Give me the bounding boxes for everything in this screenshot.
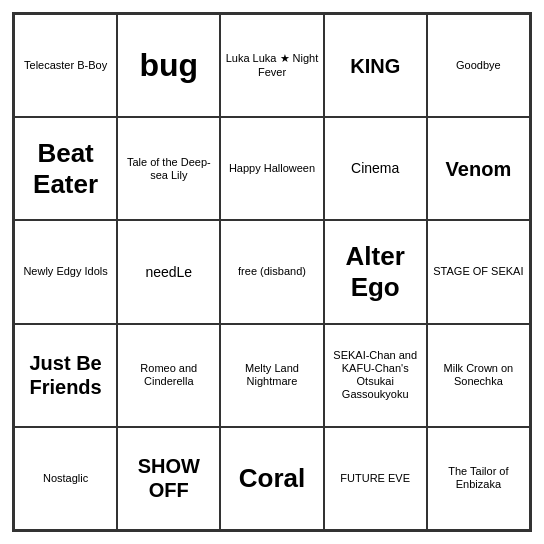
bingo-cell-23: FUTURE EVE	[324, 427, 427, 530]
cell-text-9: Venom	[432, 157, 525, 181]
cell-text-7: Happy Halloween	[225, 162, 318, 175]
cell-text-10: Newly Edgy Idols	[19, 265, 112, 278]
bingo-cell-21: SHOW OFF	[117, 427, 220, 530]
cell-text-23: FUTURE EVE	[329, 472, 422, 485]
bingo-cell-20: Nostaglic	[14, 427, 117, 530]
bingo-cell-22: Coral	[220, 427, 323, 530]
bingo-cell-17: Melty Land Nightmare	[220, 324, 323, 427]
bingo-cell-9: Venom	[427, 117, 530, 220]
bingo-cell-1: bug	[117, 14, 220, 117]
bingo-cell-11: needLe	[117, 220, 220, 323]
bingo-cell-15: Just Be Friends	[14, 324, 117, 427]
cell-text-0: Telecaster B-Boy	[19, 59, 112, 72]
cell-text-4: Goodbye	[432, 59, 525, 72]
cell-text-20: Nostaglic	[19, 472, 112, 485]
cell-text-19: Milk Crown on Sonechka	[432, 362, 525, 388]
bingo-cell-3: KING	[324, 14, 427, 117]
cell-text-8: Cinema	[329, 160, 422, 177]
bingo-cell-2: Luka Luka ★ Night Fever	[220, 14, 323, 117]
cell-text-15: Just Be Friends	[19, 351, 112, 399]
cell-text-12: free (disband)	[225, 265, 318, 278]
cell-text-2: Luka Luka ★ Night Fever	[225, 52, 318, 78]
cell-text-17: Melty Land Nightmare	[225, 362, 318, 388]
bingo-card: Telecaster B-BoybugLuka Luka ★ Night Fev…	[12, 12, 532, 532]
bingo-cell-0: Telecaster B-Boy	[14, 14, 117, 117]
cell-text-3: KING	[329, 54, 422, 78]
bingo-cell-13: Alter Ego	[324, 220, 427, 323]
cell-text-6: Tale of the Deep-sea Lily	[122, 156, 215, 182]
cell-text-18: SEKAI-Chan and KAFU-Chan's Otsukai Gasso…	[329, 349, 422, 402]
bingo-cell-12: free (disband)	[220, 220, 323, 323]
bingo-cell-24: The Tailor of Enbizaka	[427, 427, 530, 530]
bingo-cell-19: Milk Crown on Sonechka	[427, 324, 530, 427]
bingo-cell-8: Cinema	[324, 117, 427, 220]
cell-text-5: Beat Eater	[19, 138, 112, 200]
cell-text-11: needLe	[122, 264, 215, 281]
cell-text-16: Romeo and Cinderella	[122, 362, 215, 388]
bingo-cell-6: Tale of the Deep-sea Lily	[117, 117, 220, 220]
cell-text-22: Coral	[225, 463, 318, 494]
cell-text-24: The Tailor of Enbizaka	[432, 465, 525, 491]
bingo-cell-10: Newly Edgy Idols	[14, 220, 117, 323]
cell-text-21: SHOW OFF	[122, 454, 215, 502]
cell-text-13: Alter Ego	[329, 241, 422, 303]
bingo-cell-5: Beat Eater	[14, 117, 117, 220]
bingo-cell-4: Goodbye	[427, 14, 530, 117]
bingo-cell-7: Happy Halloween	[220, 117, 323, 220]
bingo-cell-18: SEKAI-Chan and KAFU-Chan's Otsukai Gasso…	[324, 324, 427, 427]
cell-text-14: STAGE OF SEKAI	[432, 265, 525, 278]
bingo-cell-16: Romeo and Cinderella	[117, 324, 220, 427]
cell-text-1: bug	[122, 46, 215, 84]
bingo-cell-14: STAGE OF SEKAI	[427, 220, 530, 323]
